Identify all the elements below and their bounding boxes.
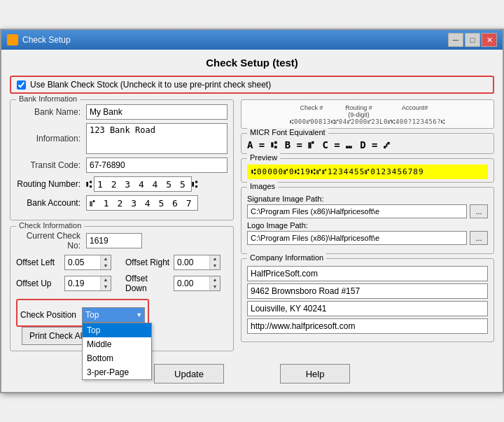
check-position-row: Check Position Top ▼ Top Mi xyxy=(20,307,145,323)
diagram-brackets: ⑆000⑈00813⑆⑈04⑈2000⑈23L0⑈⑆400?123456?⑆ xyxy=(244,118,491,125)
title-bar-text: Check Setup xyxy=(22,35,71,45)
current-check-no-label: Current Check No: xyxy=(16,231,86,251)
use-blank-check-checkbox[interactable] xyxy=(17,80,26,90)
offset-up-spinner: ▲ ▼ xyxy=(100,276,111,290)
bank-info-title: Bank Information xyxy=(16,94,80,103)
current-check-no-input[interactable] xyxy=(86,233,142,248)
offset-up-label: Offset Up xyxy=(16,279,62,288)
offset-right-input[interactable] xyxy=(174,255,209,269)
transit-code-row: Transit Code: xyxy=(16,157,227,173)
micr-b-label: B = ⑈ xyxy=(285,139,314,150)
micr-c-label: C = ⑉ xyxy=(322,139,351,150)
offset-right-spinner: ▲ ▼ xyxy=(209,255,220,269)
dropdown-item-top[interactable]: Top xyxy=(83,323,151,337)
routing-number-input[interactable] xyxy=(94,176,192,192)
offset-right-down[interactable]: ▼ xyxy=(210,262,220,269)
diagram-check-label: Check # xyxy=(293,104,331,118)
offset-up-input[interactable] xyxy=(65,276,100,290)
company-info-title: Company Information xyxy=(247,253,326,262)
check-position-label: Check Position xyxy=(20,310,76,320)
check-information-group: Check Information Current Check No: Offs… xyxy=(10,226,234,351)
main-layout: Bank Information Bank Name: Information:… xyxy=(10,99,494,357)
company-line4-input[interactable] xyxy=(247,318,488,334)
check-diagram-wrap: Check # Routing #(9-digit) Account# ⑆000… xyxy=(241,99,494,129)
micr-a-label: A = ⑆ xyxy=(247,139,276,150)
offset-left-input[interactable] xyxy=(65,255,100,269)
micr-font-box: MICR Font Equivalent A = ⑆ B = ⑈ C = ⑉ D… xyxy=(241,133,494,154)
offset-down-down[interactable]: ▼ xyxy=(210,283,220,290)
micr-font-title: MICR Font Equivalent xyxy=(247,128,328,136)
logo-browse-button[interactable]: ... xyxy=(470,231,488,245)
check-position-select-box[interactable]: Top ▼ xyxy=(82,307,145,323)
check-position-select-container: Top ▼ Top Middle Bottom 3-per-Page xyxy=(82,307,145,323)
dropdown-item-bottom[interactable]: Bottom xyxy=(83,351,151,365)
offset-left-down[interactable]: ▼ xyxy=(101,262,111,269)
offset-left-item: Offset Left ▲ ▼ xyxy=(16,255,118,270)
transit-code-label: Transit Code: xyxy=(16,160,86,170)
routing-sym-left: ⑆ xyxy=(86,178,92,190)
app-icon xyxy=(7,34,18,45)
signature-browse-button[interactable]: ... xyxy=(470,204,488,218)
dialog-content: Check Setup (test) Use Blank Check Stock… xyxy=(1,50,503,392)
bank-name-label: Bank Name: xyxy=(16,107,86,117)
company-line3-input[interactable] xyxy=(247,301,488,316)
micr-d-label: D = ⑇ xyxy=(360,139,389,150)
offset-left-input-wrap: ▲ ▼ xyxy=(64,255,111,270)
check-info-title: Check Information xyxy=(16,221,84,230)
use-blank-check-row: Use Blank Check Stock (Uncheck it to use… xyxy=(10,76,494,94)
offset-right-up[interactable]: ▲ xyxy=(210,255,220,262)
maximize-button[interactable]: □ xyxy=(465,33,480,47)
offset-left-spinner: ▲ ▼ xyxy=(100,255,111,269)
current-check-no-row: Current Check No: xyxy=(16,231,227,251)
check-position-area: Check Position Top ▼ Top Mi xyxy=(16,299,227,345)
dropdown-item-3perpage[interactable]: 3-per-Page xyxy=(83,365,151,379)
offset-up-input-wrap: ▲ ▼ xyxy=(64,276,111,291)
information-label: Information: xyxy=(16,134,86,143)
check-position-dropdown-arrow: ▼ xyxy=(134,310,144,320)
close-button[interactable]: ✕ xyxy=(482,33,497,47)
title-bar-title: Check Setup xyxy=(7,34,71,45)
minimize-button[interactable]: ─ xyxy=(448,33,463,47)
bank-name-input[interactable] xyxy=(86,104,227,120)
offset-right-item: Offset Right ▲ ▼ xyxy=(125,255,227,270)
offset-up-down[interactable]: ▼ xyxy=(101,283,111,290)
information-input[interactable]: 123 Bank Road xyxy=(86,123,227,154)
offset-left-label: Offset Left xyxy=(16,258,62,267)
dropdown-item-middle[interactable]: Middle xyxy=(83,337,151,351)
offset-up-up[interactable]: ▲ xyxy=(101,276,111,283)
offset-down-input-wrap: ▲ ▼ xyxy=(174,276,220,291)
logo-row-wrap: Logo Image Path: ... xyxy=(247,221,488,245)
company-information-box: Company Information xyxy=(241,258,494,342)
diagram-micr-line: ⑆000⑈00813⑆⑈04⑈2000⑈23L0⑈⑆400?123456?⑆ xyxy=(290,118,444,125)
use-blank-check-label: Use Blank Check Stock (Uncheck it to use… xyxy=(30,80,271,90)
company-line1-input[interactable] xyxy=(247,266,488,281)
main-window: Check Setup ─ □ ✕ Check Setup (test) Use… xyxy=(0,29,504,393)
offset-left-up[interactable]: ▲ xyxy=(101,255,111,262)
bank-account-row: Bank Account: xyxy=(16,195,227,211)
check-position-selected-value: Top xyxy=(83,309,134,321)
bank-account-input[interactable] xyxy=(86,195,198,211)
offset-down-label: Offset Down xyxy=(125,274,171,293)
offset-right-label: Offset Right xyxy=(125,258,171,267)
update-button[interactable]: Update xyxy=(154,364,224,384)
signature-row: ... xyxy=(247,204,488,218)
offset-down-input[interactable] xyxy=(174,276,209,290)
check-position-dropdown-wrapper: Check Position Top ▼ Top Mi xyxy=(16,299,149,327)
images-title: Images xyxy=(247,182,278,190)
check-diagram-inner: Check # Routing #(9-digit) Account# ⑆000… xyxy=(244,104,491,125)
left-panel: Bank Information Bank Name: Information:… xyxy=(10,99,234,357)
routing-sym-right: ⑆ xyxy=(192,178,197,190)
offset-down-up[interactable]: ▲ xyxy=(210,276,220,283)
check-position-dropdown: Top Middle Bottom 3-per-Page xyxy=(82,323,152,380)
logo-path-input[interactable] xyxy=(247,231,467,245)
information-row: Information: 123 Bank Road xyxy=(16,123,227,154)
transit-code-input[interactable] xyxy=(86,157,227,173)
signature-label: Signature Image Path: xyxy=(247,195,488,203)
title-bar: Check Setup ─ □ ✕ xyxy=(1,30,503,50)
help-button[interactable]: Help xyxy=(280,364,350,384)
routing-number-label: Routing Number: xyxy=(16,179,86,189)
title-bar-controls: ─ □ ✕ xyxy=(448,33,497,47)
preview-box: Preview ⑆00000⑈0⑆19⑆⑈⑈1234455⑈0123456789 xyxy=(241,158,494,183)
company-line2-input[interactable] xyxy=(247,283,488,299)
signature-path-input[interactable] xyxy=(247,204,467,218)
